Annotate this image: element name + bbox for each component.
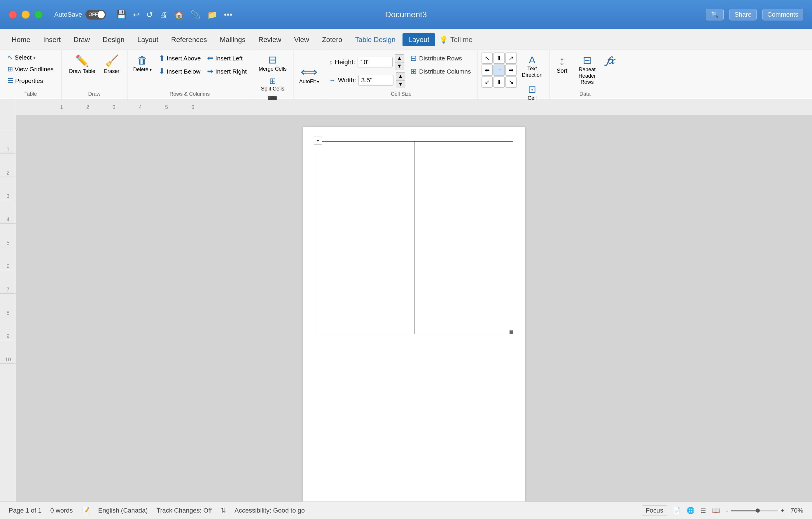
table-cell-2[interactable]: [414, 142, 513, 334]
view-outline-icon[interactable]: ☰: [700, 507, 706, 514]
distribute-rows-label: Distribute Rows: [419, 55, 462, 62]
autosave-area: AutoSave OFF: [54, 10, 106, 20]
sort-button[interactable]: ↕ Sort: [554, 53, 570, 76]
table-cell-1[interactable]: [315, 142, 414, 334]
view-print-icon[interactable]: 📄: [673, 507, 681, 514]
width-up[interactable]: ▲: [396, 73, 405, 80]
height-down[interactable]: ▼: [395, 62, 404, 70]
width-down[interactable]: ▼: [396, 80, 405, 88]
tell-me[interactable]: 💡 Tell me: [439, 36, 472, 44]
ruler-mark-8: 8: [0, 294, 16, 317]
redo-icon[interactable]: ↺: [144, 9, 154, 21]
text-direction-label: Text Direction: [521, 66, 543, 78]
align-mid-left[interactable]: ⬅: [482, 64, 493, 76]
align-mid-right[interactable]: ➡: [505, 64, 517, 76]
insert-right-icon: ➡: [207, 67, 213, 76]
menu-design[interactable]: Design: [97, 33, 130, 46]
split-cells-button[interactable]: ⊞ Split Cells: [259, 75, 286, 93]
menu-insert[interactable]: Insert: [37, 33, 66, 46]
home-icon[interactable]: 🏠: [172, 9, 186, 21]
rows-cols-content: 🗑 Delete ▾ ⬆ Insert Above ⬇ Insert Below: [130, 53, 249, 90]
menu-references[interactable]: References: [165, 33, 213, 46]
align-bot-left[interactable]: ↙: [482, 77, 493, 88]
track-changes[interactable]: Track Changes: Off: [156, 507, 212, 514]
text-direction-button[interactable]: A Text Direction: [519, 53, 545, 80]
sort-label: Sort: [556, 67, 567, 74]
insert-left-button[interactable]: ⬅ Insert Left: [205, 53, 249, 64]
zoom-minus[interactable]: -: [726, 507, 728, 515]
delete-icon: 🗑: [137, 54, 148, 66]
align-bot-right[interactable]: ↘: [505, 77, 517, 88]
draw-table-button[interactable]: ✏️ Draw Table: [66, 53, 98, 76]
properties-button[interactable]: ☰ Properties: [5, 76, 57, 86]
menu-layout[interactable]: Layout: [132, 33, 164, 46]
autosave-toggle[interactable]: OFF: [85, 10, 106, 20]
ruler-num-3: 3: [113, 104, 116, 110]
ribbon-group-autofit: ⟺ AutoFit ▾: [293, 50, 325, 100]
align-top-left[interactable]: ↖: [482, 53, 493, 64]
print-icon[interactable]: 🖨: [157, 9, 169, 21]
menu-mailings[interactable]: Mailings: [214, 33, 252, 46]
zoom-level[interactable]: 70%: [790, 507, 803, 514]
file-icon[interactable]: 📁: [205, 9, 219, 21]
more-icon[interactable]: •••: [222, 9, 234, 21]
align-bot-center[interactable]: ⬇: [493, 77, 504, 88]
minimize-button[interactable]: [22, 10, 30, 19]
menu-review[interactable]: Review: [253, 33, 287, 46]
select-button[interactable]: ↖ Select ▾: [5, 53, 57, 62]
maximize-button[interactable]: [34, 10, 42, 19]
align-top-right[interactable]: ↗: [505, 53, 517, 64]
distribute-rows-icon: ⊟: [410, 54, 417, 63]
view-web-icon[interactable]: 🌐: [687, 507, 694, 514]
save-icon[interactable]: 💾: [115, 9, 128, 21]
view-gridlines-button[interactable]: ⊞ View Gridlines: [5, 64, 57, 74]
search-button[interactable]: 🔍: [706, 9, 724, 21]
table-resize-handle[interactable]: [510, 330, 513, 334]
cell-size-label: Cell Size: [329, 91, 473, 97]
attach-icon[interactable]: 📎: [189, 9, 202, 21]
height-up[interactable]: ▲: [395, 54, 404, 62]
view-read-icon[interactable]: 📖: [712, 507, 720, 514]
document-canvas[interactable]: +: [16, 115, 812, 501]
menu-zotero[interactable]: Zotero: [316, 33, 348, 46]
close-button[interactable]: [9, 10, 17, 19]
focus-button[interactable]: Focus: [642, 505, 667, 516]
formula-button[interactable]: 𝑓𝑥: [604, 53, 616, 68]
width-input[interactable]: [358, 75, 394, 85]
insert-below-button[interactable]: ⬇ Insert Below: [156, 66, 203, 77]
menu-table-design[interactable]: Table Design: [349, 33, 401, 46]
menu-home[interactable]: Home: [6, 33, 36, 46]
zoom-track[interactable]: [731, 510, 778, 512]
share-button[interactable]: Share: [729, 9, 757, 21]
tell-me-label: Tell me: [450, 36, 472, 44]
repeat-header-rows-button[interactable]: ⊟ Repeat Header Rows: [573, 53, 602, 87]
distribute-cols-button[interactable]: ⊞ Distribute Columns: [408, 66, 473, 77]
zoom-fill: [731, 510, 759, 512]
insert-above-button[interactable]: ⬆ Insert Above: [156, 53, 203, 64]
distribute-rows-button[interactable]: ⊟ Distribute Rows: [408, 53, 473, 64]
zoom-plus[interactable]: +: [781, 507, 785, 515]
properties-label: Properties: [15, 77, 43, 84]
undo-icon[interactable]: ↩: [131, 9, 141, 21]
menu-view[interactable]: View: [288, 33, 315, 46]
insert-right-label: Insert Right: [215, 68, 246, 75]
table-move-handle[interactable]: +: [314, 137, 322, 145]
insert-right-button[interactable]: ➡ Insert Right: [205, 66, 249, 77]
height-input[interactable]: [357, 57, 393, 67]
align-top-center[interactable]: ⬆: [493, 53, 504, 64]
autofit-button[interactable]: ⟺ AutoFit ▾: [297, 63, 321, 86]
eraser-button[interactable]: 🧹 Eraser: [101, 53, 122, 76]
ruler-mark-2: 2: [0, 154, 16, 177]
comments-button[interactable]: Comments: [762, 9, 803, 21]
menu-layout-active[interactable]: Layout: [403, 33, 435, 46]
menu-draw[interactable]: Draw: [68, 33, 96, 46]
delete-button[interactable]: 🗑 Delete ▾: [130, 53, 154, 75]
ribbon-group-merge: ⊟ Merge Cells ⊞ Split Cells ⬛ Split Tabl…: [252, 50, 293, 100]
draw-table-label: Draw Table: [69, 68, 95, 75]
zoom-thumb[interactable]: [756, 509, 760, 513]
merge-cells-button[interactable]: ⊟ Merge Cells: [256, 53, 289, 73]
align-mid-center[interactable]: +: [493, 64, 504, 76]
table-group-label: Table: [5, 91, 57, 97]
repeat-header-icon: ⊟: [583, 54, 591, 66]
cursor-icon: ↖: [7, 54, 13, 61]
